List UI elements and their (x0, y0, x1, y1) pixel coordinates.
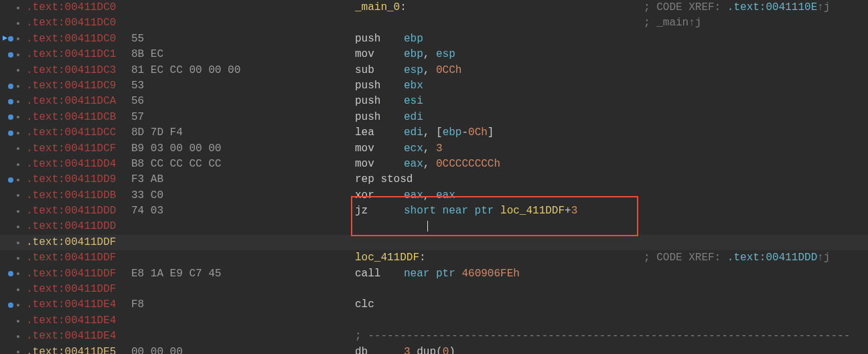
xref: ; _main↑j (644, 15, 701, 31)
disasm-row[interactable]: ▶.text:00411DC055pushebp (0, 31, 868, 47)
gutter (0, 15, 20, 31)
address: .text:00411DC0 (26, 33, 116, 45)
mnemonic: sub (355, 64, 374, 76)
breakpoint-dot-icon[interactable] (8, 271, 13, 276)
address: .text:00411DC1 (26, 48, 116, 60)
disasm-row[interactable]: .text:00411DDF (0, 235, 868, 250)
hex-bytes: 00 00 00 (131, 346, 183, 354)
comma: , (423, 143, 436, 155)
gutter (0, 282, 20, 297)
fold-dot-icon (17, 100, 19, 103)
comma: , (423, 64, 436, 76)
register: eax (436, 189, 455, 201)
gutter (0, 345, 20, 354)
register: ecx (404, 143, 423, 155)
disasm-row[interactable]: .text:00411DDF (0, 282, 868, 297)
disasm-row[interactable]: .text:00411DCFB9 03 00 00 00movecx, 3 (0, 141, 868, 157)
mnemonic: mov (355, 158, 374, 170)
fold-dot-icon (17, 179, 19, 181)
breakpoint-dot-icon[interactable] (8, 177, 13, 183)
hex-bytes: 8D 7D F4 (131, 126, 183, 139)
comma: , (423, 48, 436, 60)
breakpoint-dot-icon[interactable] (8, 99, 13, 104)
gutter (0, 235, 20, 250)
fold-dot-icon (17, 85, 19, 88)
disasm-row[interactable]: .text:00411DDD (0, 219, 868, 234)
breakpoint-dot-icon[interactable] (8, 130, 13, 136)
code-label: _main_0 (355, 1, 400, 13)
breakpoint-dot-icon[interactable] (8, 52, 13, 58)
disasm-row[interactable]: .text:00411DDFE8 1A E9 C7 45callnear ptr… (0, 266, 868, 282)
disasm-row[interactable]: .text:00411DE4; ------------------------… (0, 329, 868, 344)
disasm-row[interactable]: .text:00411DC953pushebx (0, 78, 868, 94)
mnemonic: push (355, 95, 380, 107)
disasm-row[interactable]: .text:00411DE500 00 00db3 dup(0) (0, 345, 868, 354)
target-offset: 3 (571, 205, 578, 217)
disasm-row[interactable]: .text:00411DDD74 03jzshort near ptr loc_… (0, 203, 868, 219)
breakpoint-dot-icon[interactable] (8, 84, 13, 89)
mnemonic: mov (355, 48, 374, 60)
disasm-row[interactable]: .text:00411DE4 (0, 313, 868, 329)
hex-bytes: 56 (131, 95, 144, 107)
disasm-row[interactable]: .text:00411DE4F8clc (0, 297, 868, 313)
disasm-row[interactable]: .text:00411DCA56pushesi (0, 94, 868, 109)
address: .text:00411DCF (26, 143, 116, 155)
fold-dot-icon (17, 163, 19, 166)
fold-dot-icon (17, 69, 19, 72)
address: .text:00411DD4 (26, 158, 116, 170)
disasm-row[interactable]: .text:00411DC18B ECmovebp, esp (0, 47, 868, 62)
offset: 0Ch (468, 126, 488, 139)
gutter (0, 266, 20, 282)
disasm-row[interactable]: .text:00411DCB57pushedi (0, 110, 868, 125)
disasm-row[interactable]: .text:00411DC381 EC CC 00 00 00subesp, 0… (0, 63, 868, 78)
bracket: [ (436, 126, 443, 139)
register: esp (404, 64, 423, 76)
mnemonic: xor (355, 189, 374, 201)
bracket: ] (488, 126, 494, 139)
xref: ; CODE XREF: .text:0041110E↑j (644, 0, 830, 15)
breakpoint-dot-icon[interactable] (8, 114, 13, 120)
gutter (0, 47, 20, 62)
address: .text:00411DCA (26, 95, 116, 107)
xref-comment: ; _main↑j (644, 17, 701, 29)
address: .text:00411DC3 (26, 64, 116, 76)
disasm-row[interactable]: .text:00411DDFloc_411DDF:; CODE XREF: .t… (0, 250, 868, 266)
fold-dot-icon (17, 147, 19, 150)
operands: esp, 0CCh (404, 63, 461, 78)
xref-suffix: ↑j (817, 252, 830, 264)
disasm-row[interactable]: .text:00411DCC8D 7D F4leaedi, [ebp-0Ch] (0, 125, 868, 141)
mnemonic: call (355, 268, 380, 280)
hex-bytes: 8B EC (131, 48, 163, 60)
label-colon: : (419, 252, 426, 264)
breakpoint-dot-icon[interactable] (8, 302, 13, 308)
address: .text:00411DE4 (26, 298, 116, 311)
separator-comment: ; --------------------------------------… (355, 330, 850, 342)
disasm-row[interactable]: .text:00411DC0; _main↑j (0, 15, 868, 31)
hex-bytes: 55 (131, 33, 144, 45)
disasm-row[interactable]: .text:00411DD9F3 ABrep stosd (0, 172, 868, 187)
address: .text:00411DDF (26, 283, 116, 295)
mnemonic: push (355, 33, 380, 45)
gutter: ▶ (0, 31, 20, 47)
register: esi (404, 95, 423, 107)
hex-bytes: B8 CC CC CC CC (131, 158, 221, 170)
gutter (0, 78, 20, 94)
disasm-row[interactable]: .text:00411DD4B8 CC CC CC CCmoveax, 0CCC… (0, 157, 868, 172)
fold-dot-icon (17, 242, 19, 244)
plus: + (565, 205, 571, 217)
register: edi (404, 126, 423, 139)
ptr-keyword: near ptr (404, 268, 461, 280)
breakpoint-dot-icon[interactable] (8, 36, 13, 41)
hex-bytes: F3 AB (131, 173, 163, 185)
operands: ebx (404, 78, 423, 94)
fold-dot-icon (17, 210, 19, 213)
address: .text:00411DDB (26, 189, 116, 201)
disasm-row[interactable]: .text:00411DDB33 C0xoreax, eax (0, 188, 868, 203)
immediate: 0CCCCCCCCh (436, 158, 500, 170)
fold-dot-icon (17, 257, 19, 260)
gutter (0, 141, 20, 157)
disasm-row[interactable]: .text:00411DC0_main_0:; CODE XREF: .text… (0, 0, 868, 15)
operands: eax, 0CCCCCCCCh (404, 157, 500, 172)
operands: ebp, esp (404, 47, 455, 62)
mnemonic: lea (355, 126, 374, 139)
